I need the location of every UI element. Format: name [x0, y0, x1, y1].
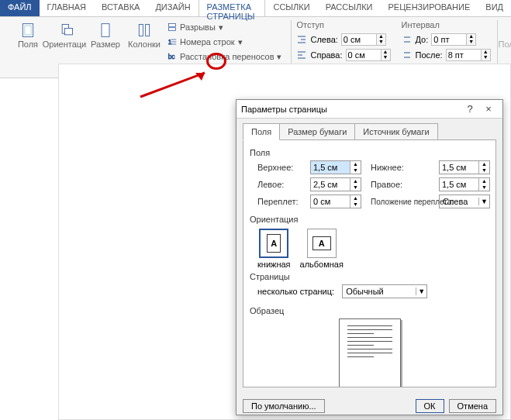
line-numbers-icon: 1: [167, 37, 177, 46]
indent-right-spinner[interactable]: ▲▼: [346, 49, 391, 61]
dialog-help-button[interactable]: ?: [461, 103, 479, 115]
indent-left-icon: [296, 34, 307, 45]
cancel-button[interactable]: Отмена: [449, 399, 496, 413]
dialog-tab-source[interactable]: Источник бумаги: [354, 123, 437, 140]
input-top[interactable]: ▲▼: [310, 160, 361, 174]
tab-home[interactable]: ГЛАВНАЯ: [40, 0, 94, 16]
dialog-tab-fields[interactable]: Поля: [243, 123, 280, 140]
combo-multiple-pages[interactable]: Обычный▼: [342, 284, 427, 298]
orientation-label: Ориентация: [43, 40, 91, 49]
tab-file[interactable]: ФАЙЛ: [0, 0, 40, 16]
indent-right-icon: [296, 50, 307, 60]
ok-button[interactable]: ОК: [416, 399, 444, 413]
section-fields-title: Поля: [250, 148, 489, 157]
columns-icon: [136, 22, 152, 38]
breaks-button[interactable]: Разрывы ▾: [164, 20, 285, 34]
indent-left-spinner[interactable]: ▲▼: [341, 33, 386, 46]
svg-line-31: [140, 73, 205, 97]
input-gutter[interactable]: ▲▼: [310, 195, 361, 208]
label-multiple-pages: несколько страниц:: [257, 287, 334, 296]
section-preview-title: Образец: [250, 306, 489, 315]
breaks-icon: [167, 22, 177, 32]
dialog-footer: По умолчанию... ОК Отмена: [237, 394, 502, 418]
size-icon: [98, 22, 113, 38]
tab-insert[interactable]: ВСТАВКА: [94, 0, 147, 16]
label-right: Правое:: [371, 180, 433, 189]
line-numbers-button[interactable]: 1 Номера строк ▾: [164, 35, 285, 49]
section-pages-title: Страницы: [250, 272, 489, 281]
position-button: Положение: [502, 20, 511, 62]
margins-icon: [20, 22, 36, 38]
dialog-tabs: Поля Размер бумаги Источник бумаги: [237, 119, 502, 140]
annotation-circle: [206, 53, 226, 70]
dialog-tab-paper[interactable]: Размер бумаги: [279, 123, 355, 140]
space-before-icon: [402, 34, 413, 45]
dialog-close-button[interactable]: ×: [479, 103, 498, 115]
margins-label: Поля: [18, 40, 38, 49]
tab-view[interactable]: ВИД: [478, 0, 511, 16]
columns-button[interactable]: Колонки: [126, 20, 163, 62]
orientation-portrait[interactable]: A книжная: [257, 229, 291, 269]
input-right[interactable]: ▲▼: [439, 177, 490, 191]
interval-header: Интервал: [402, 20, 491, 29]
hyphenation-icon: bc: [167, 52, 177, 61]
label-gutter: Переплет:: [257, 197, 304, 206]
indent-left-label: Слева:: [310, 35, 337, 44]
label-top: Верхнее:: [257, 163, 304, 172]
svg-rect-3: [65, 29, 73, 35]
space-after-icon: [402, 50, 413, 60]
orientation-icon: [59, 22, 74, 38]
size-button[interactable]: Размер: [87, 20, 124, 62]
tab-design[interactable]: ДИЗАЙН: [147, 0, 198, 16]
label-gutter-pos: Положение переплета:: [371, 198, 433, 206]
label-left: Левое:: [257, 180, 304, 189]
tab-references[interactable]: ССЫЛКИ: [265, 0, 317, 16]
svg-rect-7: [169, 24, 176, 27]
tab-mailings[interactable]: РАССЫЛКИ: [318, 0, 381, 16]
orientation-landscape[interactable]: A альбомная: [300, 229, 344, 269]
dialog-body: Поля Верхнее: ▲▼ Нижнее: ▲▼ Левое: ▲▼ Пр…: [243, 139, 496, 387]
section-orient-title: Ориентация: [250, 215, 489, 224]
label-bottom: Нижнее:: [371, 163, 433, 172]
indent-header: Отступ: [296, 20, 390, 29]
space-before-label: До:: [416, 35, 429, 44]
svg-rect-8: [169, 28, 176, 31]
svg-rect-5: [139, 25, 143, 36]
orientation-button[interactable]: Ориентация: [48, 20, 85, 62]
svg-rect-6: [146, 25, 150, 36]
combo-gutter-pos[interactable]: Слева▼: [439, 195, 490, 208]
tab-review[interactable]: РЕЦЕНЗИРОВАНИЕ: [381, 0, 478, 16]
preview-page: [339, 318, 401, 387]
page-setup-dialog: Параметры страницы ? × Поля Размер бумаг…: [236, 99, 503, 415]
svg-rect-4: [102, 24, 109, 37]
default-button[interactable]: По умолчанию...: [243, 399, 325, 413]
input-bottom[interactable]: ▲▼: [439, 160, 490, 174]
margins-button[interactable]: Поля: [9, 20, 47, 62]
indent-right-label: Справа:: [310, 50, 342, 60]
space-after-label: После:: [416, 50, 443, 60]
dialog-titlebar: Параметры страницы ? ×: [237, 100, 502, 119]
svg-text:bc: bc: [168, 53, 175, 60]
input-left[interactable]: ▲▼: [310, 177, 361, 191]
space-before-spinner[interactable]: ▲▼: [431, 33, 476, 46]
space-after-spinner[interactable]: ▲▼: [446, 49, 491, 61]
columns-label: Колонки: [128, 40, 161, 49]
ribbon-tabs: ФАЙЛ ГЛАВНАЯ ВСТАВКА ДИЗАЙН РАЗМЕТКА СТР…: [0, 0, 511, 17]
dialog-title: Параметры страницы: [241, 105, 461, 114]
tab-layout[interactable]: РАЗМЕТКА СТРАНИЦЫ: [199, 0, 266, 16]
annotation-arrow: [136, 70, 214, 101]
size-label: Размер: [91, 40, 120, 49]
